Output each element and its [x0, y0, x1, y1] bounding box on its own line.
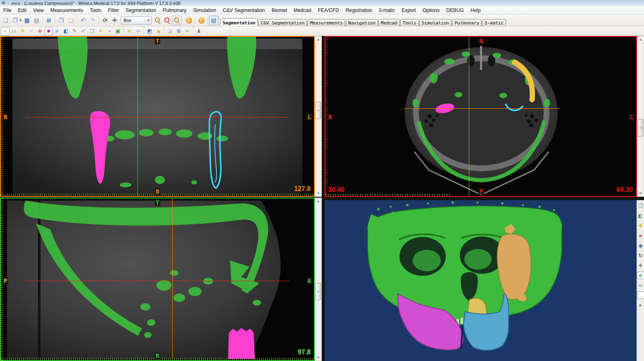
edit-mask-3d-icon[interactable]: ❒	[88, 27, 96, 36]
threshold-icon[interactable]: ∿	[1, 27, 10, 36]
scroll-up-arrow[interactable]: ▲	[315, 198, 321, 204]
smooth-3d-icon[interactable]: ✑	[183, 27, 192, 36]
axial-viewport[interactable]: A R L P 30.40 69.30	[325, 36, 637, 197]
scene-3d-icon[interactable]: ◧	[637, 212, 644, 220]
menu-registration[interactable]: Registration	[342, 7, 375, 14]
axial-scrollbar[interactable]: ▲ ≡ ▼	[637, 36, 644, 197]
rotate-icon[interactable]: ⟳	[100, 16, 110, 25]
menu-medcad[interactable]: Medcad	[290, 7, 315, 14]
tab-tools[interactable]: Tools	[400, 19, 419, 26]
menu-file[interactable]: File	[0, 7, 14, 14]
pan-3d-icon[interactable]: ✛	[637, 262, 644, 269]
menu-measurements[interactable]: Measurements	[47, 7, 86, 14]
sagittal-axial-indicator-line[interactable]	[25, 281, 289, 281]
pan-icon[interactable]: ✛	[110, 16, 119, 25]
menu-export[interactable]: Export	[398, 7, 419, 14]
save-icon[interactable]: ▦	[22, 16, 32, 25]
info-icon[interactable]: i	[184, 16, 194, 25]
split-mask-icon[interactable]: ⊕	[36, 27, 44, 36]
axial-coronal-indicator-line[interactable]	[403, 108, 560, 109]
viewport-config-icon[interactable]: ❐	[637, 202, 644, 210]
draw-profile-line-icon[interactable]: ✎	[70, 27, 79, 36]
open-project-icon[interactable]: ❐	[10, 16, 20, 25]
panel-layout-icon[interactable]: ▤	[209, 16, 219, 25]
region-growing-icon[interactable]: ❋	[18, 27, 27, 36]
contrast-icon[interactable]: ◐	[637, 301, 644, 309]
menu-fea-cfd[interactable]: FEA/CFD	[314, 7, 342, 14]
multiple-slice-edit-icon[interactable]: ∿	[53, 27, 62, 36]
new-project-icon[interactable]: ❏	[1, 16, 10, 25]
menu-filter[interactable]: Filter	[105, 7, 122, 14]
stereo-glasses-icon[interactable]: ∞	[637, 282, 644, 289]
add-point-icon[interactable]: ⊹	[134, 27, 143, 36]
scrollbar-thumb[interactable]: ≡	[638, 119, 643, 136]
scroll-down-arrow[interactable]: ▼	[637, 190, 644, 196]
tab-segmentation[interactable]: Segmentation	[220, 18, 258, 26]
sagittal-scrollbar[interactable]: ▲ ≡ ▼	[315, 198, 322, 361]
dynamic-region-growing-icon[interactable]: ❄	[27, 27, 36, 36]
zoom-selection-icon[interactable]	[172, 16, 181, 25]
measure-pencil-icon[interactable]: ✐	[79, 27, 88, 36]
scrollbar-thumb[interactable]: ≡	[316, 283, 321, 300]
edit-mask-icon[interactable]: ■	[44, 27, 53, 36]
menu-view[interactable]: View	[30, 7, 47, 14]
tab-cv-segmentation[interactable]: C&V Segmentation	[258, 19, 307, 26]
copy-icon[interactable]: ❐	[57, 16, 66, 25]
cavity-fill-3d-icon[interactable]: ◪	[166, 27, 174, 36]
undo-icon[interactable]: ↶	[78, 16, 88, 25]
zoom-in-icon[interactable]	[153, 16, 162, 25]
scroll-down-arrow[interactable]: ▼	[315, 190, 321, 196]
menu-biomet[interactable]: Biomet	[268, 7, 290, 14]
tab-simulation[interactable]: Simulation	[419, 19, 452, 26]
axes-indicator-icon[interactable]: ⊕	[637, 272, 644, 279]
scrollbar-thumb[interactable]: ≡	[316, 102, 321, 119]
four-views-icon[interactable]: ✚	[637, 222, 644, 230]
orientation-axes-icon[interactable]: ∟	[637, 292, 644, 299]
morphology-icon[interactable]: ◑	[105, 27, 114, 36]
menu-cv-segmentation[interactable]: C&V Segmentation	[219, 7, 268, 14]
coronal-sagittal-indicator-line[interactable]	[138, 37, 138, 196]
patient-posture-icon[interactable]: ♟	[195, 27, 203, 36]
menu-pulmonary[interactable]: Pulmonary	[159, 7, 190, 14]
scroll-up-arrow[interactable]: ▲	[637, 36, 644, 43]
tab-3matic[interactable]: 3-matic	[482, 19, 506, 26]
view3d-viewport[interactable]	[325, 200, 637, 361]
project-management-icon[interactable]: ⊞	[44, 16, 54, 25]
menu-options[interactable]: Options	[419, 7, 443, 14]
coronal-scrollbar[interactable]: ▲ ≡ ▼	[315, 36, 322, 197]
menu-debug[interactable]: DEBUG	[443, 7, 467, 14]
paste-icon[interactable]: ❑	[66, 16, 76, 25]
menu-tools[interactable]: Tools	[86, 7, 105, 14]
sagittal-viewport[interactable]: T P A B 97.8	[0, 198, 315, 361]
menu-help[interactable]: Help	[467, 7, 484, 14]
tab-medcad[interactable]: Medcad	[378, 19, 400, 26]
scroll-up-arrow[interactable]: ▲	[315, 36, 321, 43]
coronal-axial-indicator-line[interactable]	[26, 117, 288, 117]
labels-tag-icon[interactable]: ◆	[152, 25, 164, 37]
menu-segmentation[interactable]: Segmentation	[122, 7, 159, 14]
mask-stack-icon[interactable]: ≋	[125, 27, 134, 36]
axial-sagittal-indicator-line[interactable]	[469, 37, 469, 196]
crop-mask-icon[interactable]: ▣	[114, 27, 122, 36]
tab-measurements[interactable]: Measurements	[307, 19, 345, 26]
redo-icon[interactable]: ↷	[88, 16, 97, 25]
pointer-3d-icon[interactable]: ➤	[637, 232, 644, 239]
tab-navigation[interactable]: Navigation	[346, 19, 378, 26]
calculate-3d-preview-icon[interactable]: ≣	[174, 27, 183, 36]
coronal-viewport[interactable]: T R L B 127.8	[0, 36, 315, 197]
zoom-mode-select[interactable]: Box ▼	[121, 16, 152, 24]
print-icon[interactable]: ▤	[32, 16, 41, 25]
unzoom-icon[interactable]	[162, 16, 172, 25]
cavity-fill-icon[interactable]: ◧	[62, 27, 70, 36]
menu-3matic[interactable]: 3-matic	[375, 7, 398, 14]
scroll-down-arrow[interactable]: ▼	[315, 354, 321, 361]
menu-edit[interactable]: Edit	[14, 7, 30, 14]
context-help-icon[interactable]: ?	[197, 16, 206, 25]
tab-pulmonary[interactable]: Pulmonary	[452, 19, 482, 26]
crop-rectangle-icon[interactable]: ▭	[10, 27, 18, 36]
visibility-eye-icon[interactable]: ◉	[637, 242, 644, 249]
sagittal-coronal-indicator-line[interactable]	[172, 198, 173, 360]
rotate-3d-icon[interactable]: ↻	[637, 252, 644, 259]
smart-expand-icon[interactable]: ☀	[96, 27, 105, 36]
menu-simulation[interactable]: Simulation	[190, 7, 219, 14]
